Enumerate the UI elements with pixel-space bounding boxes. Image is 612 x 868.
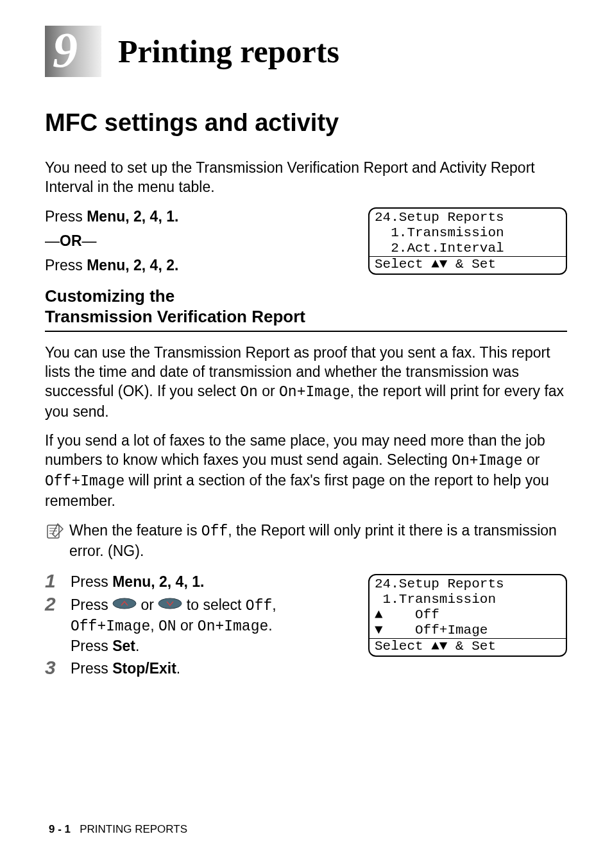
s2dot: . (135, 638, 139, 654)
or-line: —OR— (45, 232, 355, 251)
s2d: , (272, 596, 276, 613)
s2m2: Off+Image (71, 618, 150, 635)
step-1: 1 Press Menu, 2, 4, 1. (45, 573, 355, 592)
press-seq-2: , 2, 4, 2. (125, 257, 178, 273)
s2set: Set (112, 638, 135, 654)
lcd1-line5: Select ▲▼ & Set (370, 256, 566, 273)
svg-point-4 (113, 598, 136, 609)
section-title: MFC settings and activity (45, 109, 567, 137)
chapter-number: 9 (53, 25, 78, 75)
s2m1: Off (246, 598, 272, 614)
note-m: Off (201, 523, 228, 540)
up-oval-icon (112, 595, 137, 614)
steps-lcd-row: 1 Press Menu, 2, 4, 1. 2 Press or to sel… (45, 573, 567, 683)
note: When the feature is Off, the Report will… (45, 521, 567, 561)
s3dot: . (176, 660, 180, 677)
p1b: or (258, 383, 279, 399)
dash-post: — (82, 232, 97, 249)
step-list: 1 Press Menu, 2, 4, 1. 2 Press or to sel… (45, 573, 355, 683)
chapter-badge: 9 (45, 26, 101, 77)
s1seq: , 2, 4, 1. (151, 573, 204, 590)
subsection-title-line1: Customizing the (45, 286, 174, 306)
step-2-body: Press or to select Off, Off+Image, ON or… (71, 596, 355, 656)
p2m2: Off+Image (45, 473, 124, 490)
lcd-display-1: 24.Setup Reports 1.Transmission 2.Act.In… (368, 207, 567, 275)
instruction-col: Press Menu, 2, 4, 1. —OR— Press Menu, 2,… (45, 207, 355, 275)
lcd2-line3: ▲ Off (375, 607, 561, 623)
subsection-para-2: If you send a lot of faxes to the same p… (45, 431, 567, 511)
press-seq-1: , 2, 4, 1. (125, 208, 178, 225)
down-oval-icon (158, 595, 182, 614)
note-icon (45, 521, 64, 541)
lcd1-line3: 1.Transmission (375, 225, 561, 241)
intro-paragraph: You need to set up the Transmission Veri… (45, 159, 567, 197)
s2g: . (268, 617, 272, 634)
menu-bold-2: Menu (87, 257, 125, 273)
step-3-body: Press Stop/Exit. (71, 659, 355, 679)
s2c: to select (182, 596, 245, 613)
lcd2-line1: 24.Setup Reports (375, 577, 561, 592)
instruction-lcd-row: Press Menu, 2, 4, 1. —OR— Press Menu, 2,… (45, 207, 567, 275)
s2a: Press (71, 596, 112, 613)
lcd2-line2: 1.Transmission (375, 592, 561, 607)
s1pre: Press (71, 573, 112, 590)
dash-pre: — (45, 232, 60, 249)
step-num-3: 3 (45, 658, 59, 677)
p2m1: On+Image (452, 453, 522, 469)
s3bold: Stop/Exit (112, 660, 176, 677)
step-3: 3 Press Stop/Exit. (45, 659, 355, 679)
note-a: When the feature is (69, 522, 201, 539)
s2e: , (150, 617, 158, 634)
press-menu-2: Press Menu, 2, 4, 2. (45, 256, 355, 275)
p2b: or (523, 451, 540, 468)
press-menu-1: Press Menu, 2, 4, 1. (45, 207, 355, 227)
s2m3: ON (158, 618, 176, 635)
s2b: or (137, 596, 158, 613)
press-text-2: Press (45, 257, 87, 273)
s1bold: Menu (112, 573, 151, 590)
subsection-para-1: You can use the Transmission Report as p… (45, 343, 567, 422)
lcd2-line5: Select ▲▼ & Set (370, 638, 566, 655)
s2m4: On+Image (198, 618, 268, 635)
s2f: or (176, 617, 198, 634)
footer-label: PRINTING REPORTS (80, 823, 187, 835)
lcd1-line4: 2.Act.Interval (375, 241, 561, 256)
note-text: When the feature is Off, the Report will… (69, 521, 567, 561)
page-footer: 9 - 1 PRINTING REPORTS (49, 823, 187, 836)
s2press: Press (71, 638, 112, 654)
press-text: Press (45, 208, 87, 225)
svg-rect-0 (47, 525, 59, 538)
lcd1-line1: 24.Setup Reports (375, 210, 561, 225)
or-bold: OR (60, 232, 82, 249)
lcd-display-2: 24.Setup Reports 1.Transmission ▲ Off ▼ … (368, 574, 567, 657)
chapter-header: 9 Printing reports (45, 26, 567, 77)
lcd2-line4: ▼ Off+Image (375, 623, 561, 638)
step-2: 2 Press or to select Off, Off+Image, ON … (45, 596, 355, 656)
menu-bold: Menu (87, 208, 125, 225)
subsection-title-line2: Transmission Verification Report (45, 307, 305, 326)
s3pre: Press (71, 660, 112, 677)
step-num-2: 2 (45, 595, 59, 655)
svg-point-5 (158, 598, 182, 609)
chapter-title: Printing reports (118, 33, 339, 70)
step-num-1: 1 (45, 571, 59, 591)
subsection-title: Customizing the Transmission Verificatio… (45, 286, 567, 331)
step-1-body: Press Menu, 2, 4, 1. (71, 573, 355, 592)
footer-page: 9 - 1 (49, 823, 71, 835)
p1m2: On+Image (279, 384, 350, 401)
p1m1: On (240, 384, 258, 401)
